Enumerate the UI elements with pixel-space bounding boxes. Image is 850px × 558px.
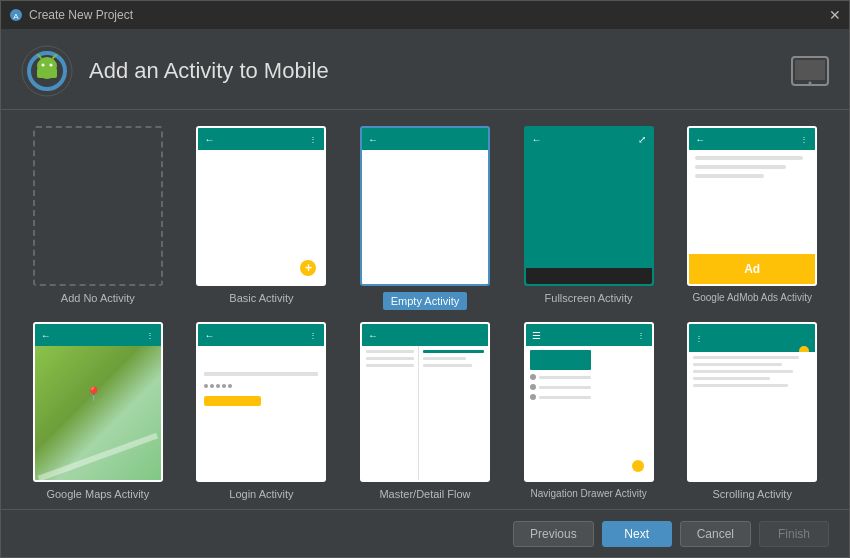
- activity-item-maps[interactable]: ← ⋮ 📍 Google Maps Activity: [21, 322, 175, 500]
- activity-item-admob[interactable]: ← ⋮ Ad: [675, 126, 829, 310]
- drawer-panel: [526, 346, 595, 480]
- svg-point-13: [809, 82, 812, 85]
- activity-card-navdrawer: ☰ ⋮: [524, 322, 654, 482]
- svg-text:A: A: [13, 12, 19, 21]
- back-icon-fullscreen: ←: [532, 134, 542, 145]
- dots-icon-login: ⋮: [309, 331, 318, 340]
- content-line-3: [695, 174, 763, 178]
- dialog-footer: Previous Next Cancel Finish: [1, 509, 849, 557]
- content-line-2: [695, 165, 786, 169]
- drawer-item-2: [530, 384, 591, 390]
- svg-rect-12: [795, 60, 825, 80]
- activity-item-fullscreen[interactable]: ← ⤢ Fullscreen Activity: [512, 126, 666, 310]
- dots-icon-admob: ⋮: [800, 135, 809, 144]
- activity-item-masterdetail[interactable]: ←: [348, 322, 502, 500]
- scroll-line-2: [693, 363, 782, 366]
- svg-point-8: [50, 64, 53, 67]
- card-body-admob: Ad: [689, 150, 815, 284]
- activity-label-navdrawer: Navigation Drawer Activity: [531, 488, 647, 499]
- back-icon-admob: ←: [695, 134, 705, 145]
- card-topbar-login: ← ⋮: [198, 324, 324, 346]
- drawer-line-1: [539, 376, 591, 379]
- dot-5: [228, 384, 232, 388]
- detail-pane: [419, 346, 488, 480]
- content-line-1: [695, 156, 803, 160]
- activity-card-scrolling: ⋮: [687, 322, 817, 482]
- card-body-scrolling: [689, 352, 815, 480]
- drawer-header: [530, 350, 591, 370]
- activity-card-login: ← ⋮: [196, 322, 326, 482]
- admob-banner: Ad: [689, 254, 815, 284]
- dot-4: [222, 384, 226, 388]
- svg-rect-6: [37, 68, 57, 78]
- activity-item-basic[interactable]: ← ⋮ + Basic Activity: [185, 126, 339, 310]
- card-topbar-scrolling: ⋮: [689, 324, 815, 352]
- back-icon-navdrawer: ☰: [532, 330, 541, 341]
- drawer-line-3: [539, 396, 591, 399]
- password-field: [204, 384, 318, 388]
- list-line-2: [366, 357, 414, 360]
- activity-card-masterdetail: ←: [360, 322, 490, 482]
- detail-line-3: [423, 364, 472, 367]
- activity-card-basic: ← ⋮ +: [196, 126, 326, 286]
- activity-item-scrolling[interactable]: ⋮ S: [675, 322, 829, 500]
- dots-icon-navdrawer: ⋮: [637, 331, 646, 340]
- drawer-dot-3: [530, 394, 536, 400]
- scroll-line-4: [693, 377, 770, 380]
- card-body-navdrawer: [526, 346, 652, 480]
- title-bar-left: A Create New Project: [9, 8, 133, 22]
- back-icon-empty: ←: [368, 134, 378, 145]
- activity-label-no-activity: Add No Activity: [61, 292, 135, 304]
- detail-line-2: [423, 357, 466, 360]
- svg-point-7: [42, 64, 45, 67]
- card-inner-admob: ← ⋮ Ad: [689, 128, 815, 284]
- scroll-line-5: [693, 384, 787, 387]
- map-background: 📍: [35, 346, 161, 480]
- card-inner-basic: ← ⋮ +: [198, 128, 324, 284]
- card-inner-masterdetail: ←: [362, 324, 488, 480]
- drawer-content-area: [595, 346, 652, 480]
- dots-icon-basic: ⋮: [309, 135, 318, 144]
- fullscreen-body: [526, 150, 652, 284]
- dot-2: [210, 384, 214, 388]
- previous-button[interactable]: Previous: [513, 521, 594, 547]
- activity-label-scrolling: Scrolling Activity: [712, 488, 791, 500]
- drawer-fab: [632, 460, 644, 472]
- app-icon: A: [9, 8, 23, 22]
- activity-item-navdrawer[interactable]: ☰ ⋮: [512, 322, 666, 500]
- scroll-line-1: [693, 356, 799, 359]
- card-inner-navdrawer: ☰ ⋮: [526, 324, 652, 480]
- master-list: [362, 346, 419, 480]
- login-spacer: [204, 352, 318, 372]
- drawer-line-2: [539, 386, 591, 389]
- activity-grid: Add No Activity ← ⋮ + Basic Activity: [21, 126, 829, 500]
- next-button[interactable]: Next: [602, 521, 672, 547]
- finish-button[interactable]: Finish: [759, 521, 829, 547]
- activity-card-no-activity: [33, 126, 163, 286]
- window: A Create New Project ✕ Add an Activity t…: [0, 0, 850, 558]
- device-icon: [791, 56, 829, 86]
- back-icon-maps: ←: [41, 330, 51, 341]
- activity-label-login: Login Activity: [229, 488, 293, 500]
- page-title: Add an Activity to Mobile: [89, 58, 329, 84]
- cancel-button[interactable]: Cancel: [680, 521, 751, 547]
- card-body-masterdetail: [362, 346, 488, 480]
- card-topbar-navdrawer: ☰ ⋮: [526, 324, 652, 346]
- activity-item-empty[interactable]: ← Empty Activity: [348, 126, 502, 310]
- login-button: [204, 396, 261, 406]
- close-button[interactable]: ✕: [829, 8, 841, 22]
- card-topbar-masterdetail: ←: [362, 324, 488, 346]
- activity-item-no-activity[interactable]: Add No Activity: [21, 126, 175, 310]
- activity-card-empty: ←: [360, 126, 490, 286]
- activity-label-masterdetail: Master/Detail Flow: [379, 488, 470, 500]
- activity-item-login[interactable]: ← ⋮: [185, 322, 339, 500]
- dialog-header: Add an Activity to Mobile: [1, 29, 849, 110]
- scrolling-content: [689, 352, 815, 395]
- activity-label-fullscreen: Fullscreen Activity: [545, 292, 633, 304]
- card-topbar-fullscreen: ← ⤢: [526, 128, 652, 150]
- card-inner-maps: ← ⋮ 📍: [35, 324, 161, 480]
- activity-card-maps: ← ⋮ 📍: [33, 322, 163, 482]
- drawer-dot-2: [530, 384, 536, 390]
- card-topbar-maps: ← ⋮: [35, 324, 161, 346]
- card-topbar-empty: ←: [362, 128, 488, 150]
